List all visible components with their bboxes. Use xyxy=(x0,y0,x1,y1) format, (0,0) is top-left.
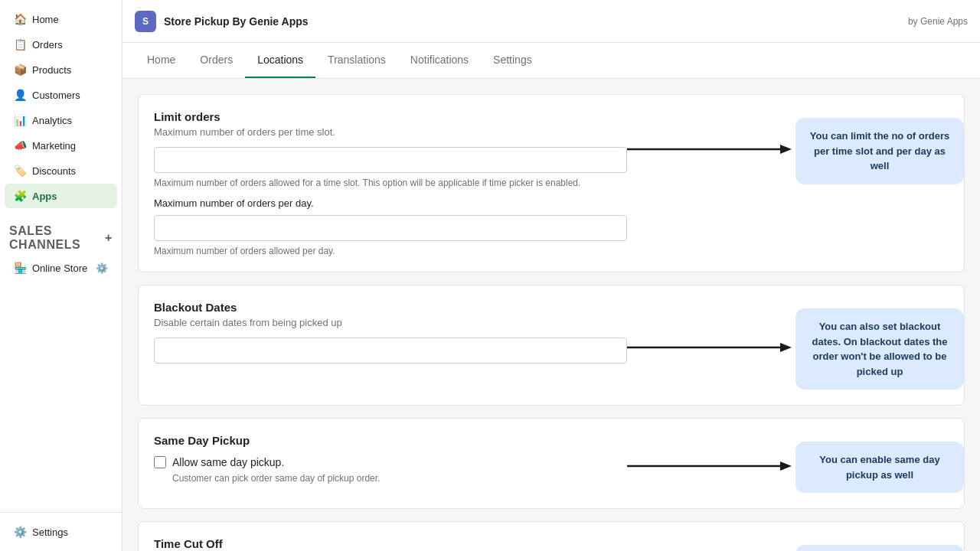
topbar-left: S Store Pickup By Genie Apps xyxy=(135,11,309,32)
blackout-dates-title: Blackout Dates xyxy=(154,301,627,314)
limit-orders-subtitle: Maximum number of orders per time slot. xyxy=(154,126,627,138)
blackout-dates-arrow-area: You can also set blackout dates. On blac… xyxy=(627,308,949,390)
blackout-dates-input[interactable] xyxy=(154,337,627,364)
app-title: Store Pickup By Genie Apps xyxy=(164,15,309,28)
apps-icon: 🧩 xyxy=(14,190,26,202)
limit-orders-arrow xyxy=(627,138,795,164)
same-day-pickup-arrow xyxy=(627,455,795,481)
time-cut-off-card: Time Cut Off Allow time cut off. Order w… xyxy=(138,521,965,551)
sidebar-item-analytics[interactable]: 📊 Analytics xyxy=(5,108,117,132)
customers-icon: 👤 xyxy=(14,89,26,101)
same-day-pickup-fields: Allow same day pickup. Customer can pick… xyxy=(154,456,627,484)
limit-orders-arrow-area: You can limit the no of orders per time … xyxy=(627,118,949,184)
sidebar-item-apps[interactable]: 🧩 Apps xyxy=(5,184,117,208)
tab-orders[interactable]: Orders xyxy=(188,43,245,78)
limit-orders-field2: Maximum number of orders per day. Maximu… xyxy=(154,197,627,256)
app-icon: S xyxy=(135,11,156,32)
sales-channels-label: Sales channels xyxy=(9,224,105,252)
sidebar-item-label: Products xyxy=(32,64,71,76)
time-cut-off-tooltip: You can also set time cut off. It means … xyxy=(795,545,964,551)
limit-orders-card: Limit orders Maximum number of orders pe… xyxy=(138,94,965,272)
sidebar-item-settings[interactable]: ⚙️ Settings xyxy=(5,520,117,544)
limit-orders-content: Limit orders Maximum number of orders pe… xyxy=(154,110,627,256)
topbar-by-label: by Genie Apps xyxy=(908,16,968,27)
same-day-pickup-tooltip: You can enable same day pickup as well xyxy=(795,442,964,493)
marketing-icon: 📣 xyxy=(14,139,26,152)
tab-home[interactable]: Home xyxy=(135,43,188,78)
products-icon: 📦 xyxy=(14,64,26,76)
sidebar-item-marketing[interactable]: 📣 Marketing xyxy=(5,133,117,158)
sidebar-item-products[interactable]: 📦 Products xyxy=(5,57,117,82)
main-area: S Store Pickup By Genie Apps by Genie Ap… xyxy=(122,0,980,551)
tab-translations[interactable]: Translations xyxy=(315,43,398,78)
same-day-pickup-checkbox-label: Allow same day pickup. xyxy=(172,456,284,468)
sidebar-settings-label: Settings xyxy=(32,527,68,538)
svg-marker-3 xyxy=(780,343,792,352)
topbar: S Store Pickup By Genie Apps by Genie Ap… xyxy=(122,0,980,43)
online-store-settings-icon[interactable]: ⚙️ xyxy=(96,262,108,274)
sidebar-item-online-store[interactable]: 🏪 Online Store ⚙️ xyxy=(5,256,117,280)
settings-icon: ⚙️ xyxy=(14,526,26,538)
svg-marker-5 xyxy=(780,461,792,471)
blackout-dates-arrow xyxy=(627,336,795,362)
same-day-pickup-checkbox-row: Allow same day pickup. xyxy=(154,456,627,468)
limit-orders-input1[interactable] xyxy=(154,147,627,173)
same-day-pickup-checkbox-help: Customer can pick order same day of pick… xyxy=(172,473,627,484)
svg-marker-1 xyxy=(780,145,792,154)
sidebar-item-label: Online Store xyxy=(32,262,87,274)
home-icon: 🏠 xyxy=(14,13,26,25)
sidebar-bottom: ⚙️ Settings xyxy=(0,512,122,551)
same-day-pickup-title: Same Day Pickup xyxy=(154,434,627,447)
sales-channels-section: Sales channels + xyxy=(0,215,122,255)
blackout-dates-subtitle: Disable certain dates from being picked … xyxy=(154,317,627,328)
arrow-svg xyxy=(627,138,795,161)
sidebar-item-home[interactable]: 🏠 Home xyxy=(5,7,117,31)
limit-orders-help1: Maximum number of orders allowed for a t… xyxy=(154,178,627,188)
same-day-pickup-arrow-area: You can enable same day pickup as well xyxy=(627,442,949,493)
sidebar-item-label: Home xyxy=(32,14,59,25)
store-icon: 🏪 xyxy=(14,262,26,274)
tabbar: Home Orders Locations Translations Notif… xyxy=(122,43,980,79)
tab-locations[interactable]: Locations xyxy=(245,43,315,78)
limit-orders-tooltip: You can limit the no of orders per time … xyxy=(795,118,964,184)
sidebar-item-label: Analytics xyxy=(32,115,72,126)
add-sales-channel-icon[interactable]: + xyxy=(105,231,113,245)
same-day-pickup-card: Same Day Pickup Allow same day pickup. C… xyxy=(138,418,965,509)
time-cut-off-title: Time Cut Off xyxy=(154,537,627,550)
orders-icon: 📋 xyxy=(14,38,26,51)
blackout-dates-tooltip: You can also set blackout dates. On blac… xyxy=(795,308,964,390)
analytics-icon: 📊 xyxy=(14,114,26,126)
content-area: Limit orders Maximum number of orders pe… xyxy=(122,79,980,551)
sidebar-item-discounts[interactable]: 🏷️ Discounts xyxy=(5,158,117,183)
sidebar-item-orders[interactable]: 📋 Orders xyxy=(5,32,117,57)
content-main: Limit orders Maximum number of orders pe… xyxy=(138,94,965,536)
sidebar-item-label: Orders xyxy=(32,39,63,51)
sidebar-item-customers[interactable]: 👤 Customers xyxy=(5,83,117,107)
sidebar-item-label: Customers xyxy=(32,90,80,101)
limit-orders-input2[interactable] xyxy=(154,215,627,241)
limit-orders-help2: Maximum number of orders allowed per day… xyxy=(154,246,627,256)
blackout-dates-content: Blackout Dates Disable certain dates fro… xyxy=(154,301,627,368)
same-day-pickup-checkbox[interactable] xyxy=(154,456,166,468)
sidebar-item-label: Discounts xyxy=(32,165,76,177)
arrow-svg3 xyxy=(627,455,795,478)
time-cut-off-content: Time Cut Off Allow time cut off. Order w… xyxy=(154,537,627,551)
limit-orders-label2: Maximum number of orders per day. xyxy=(154,197,627,209)
arrow-svg2 xyxy=(627,336,795,359)
same-day-pickup-content: Same Day Pickup Allow same day pickup. C… xyxy=(154,434,627,484)
sidebar-item-label: Apps xyxy=(32,191,57,202)
tab-notifications[interactable]: Notifications xyxy=(398,43,481,78)
limit-orders-title: Limit orders xyxy=(154,110,627,123)
tab-settings[interactable]: Settings xyxy=(481,43,544,78)
discounts-icon: 🏷️ xyxy=(14,165,26,177)
time-cut-off-arrow-area: You can also set time cut off. It means … xyxy=(627,545,949,551)
sidebar-item-label: Marketing xyxy=(32,140,76,152)
blackout-dates-card: Blackout Dates Disable certain dates fro… xyxy=(138,285,965,406)
sidebar: 🏠 Home 📋 Orders 📦 Products 👤 Customers 📊… xyxy=(0,0,122,551)
